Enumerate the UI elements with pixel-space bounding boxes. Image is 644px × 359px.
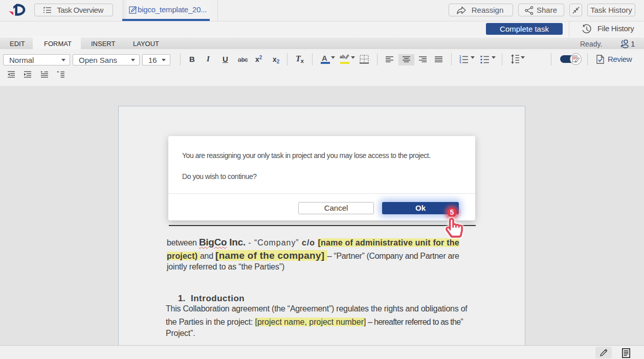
svg-text:ab: ab bbox=[340, 54, 345, 59]
svg-text:3: 3 bbox=[459, 61, 461, 64]
